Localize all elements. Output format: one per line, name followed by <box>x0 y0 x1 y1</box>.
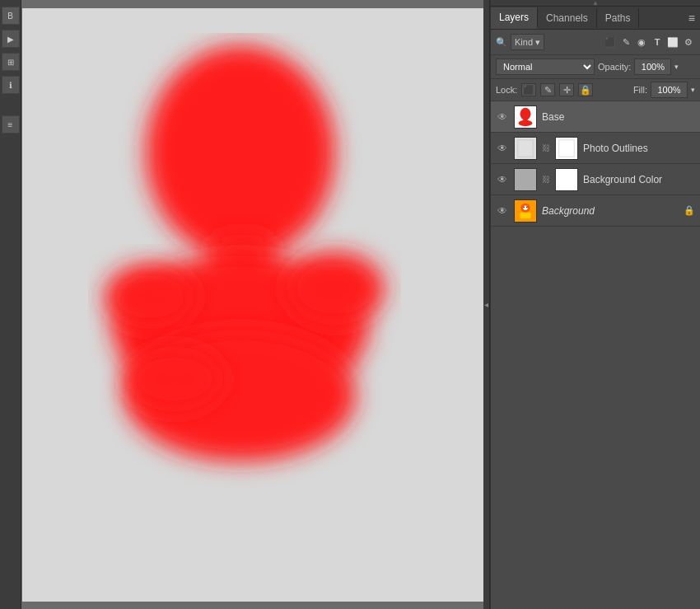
filter-adjust-icon[interactable]: ◉ <box>635 35 648 49</box>
layer-thumb-base <box>514 105 537 129</box>
svg-point-20 <box>523 205 528 210</box>
search-bar: 🔍 Kind ▾ ⬛ ✎ ◉ T ⬜ ⚙ <box>491 30 700 55</box>
layer-item-background[interactable]: 👁 Background 🔒 <box>491 195 700 227</box>
svg-point-0 <box>146 45 335 260</box>
panel-top-handle[interactable]: ▲ <box>491 0 700 7</box>
opacity-row: Opacity: ▾ <box>598 59 679 75</box>
layer-item-bg-color[interactable]: 👁 ⛓ Background Color <box>491 164 700 195</box>
tool-btn-3[interactable]: ⊞ <box>2 53 20 71</box>
layer-thumb-background <box>514 199 537 223</box>
lock-brush-btn[interactable]: ✎ <box>540 83 555 96</box>
panel-menu-button[interactable]: ≡ <box>688 12 695 25</box>
svg-point-21 <box>523 206 525 208</box>
svg-point-8 <box>520 107 531 119</box>
layer-eye-bg-color[interactable]: 👁 <box>496 174 509 185</box>
layer-name-photo-outlines: Photo Outlines <box>583 143 695 154</box>
fill-row: Fill: ▾ <box>633 82 695 98</box>
canvas-background <box>22 8 483 602</box>
search-magnify-icon[interactable]: 🔍 <box>496 37 507 48</box>
tab-paths[interactable]: Paths <box>597 8 640 28</box>
right-panel: ▲ Layers Channels Paths ≡ 🔍 Kind ▾ ⬛ ✎ ◉… <box>490 0 700 609</box>
filter-text-icon[interactable]: T <box>651 35 664 49</box>
opacity-label: Opacity: <box>598 62 631 72</box>
layers-list: 👁 Base 👁 ⛓ <box>491 101 700 609</box>
lock-label: Lock: <box>496 85 517 95</box>
layer-thumb-mask-bg-color <box>555 168 578 191</box>
fill-input[interactable] <box>651 82 688 98</box>
layer-thumb-mask-photo-outlines <box>555 137 578 160</box>
svg-point-6 <box>125 346 224 412</box>
layer-eye-background[interactable]: 👁 <box>496 205 509 217</box>
svg-rect-15 <box>515 169 536 190</box>
layer-name-bg-color: Background Color <box>583 174 695 185</box>
fill-dropdown-arrow[interactable]: ▾ <box>691 86 695 94</box>
layer-eye-base[interactable]: 👁 <box>496 111 509 123</box>
svg-rect-19 <box>520 212 531 218</box>
tab-layers[interactable]: Layers <box>491 7 538 29</box>
layer-item-photo-outlines[interactable]: 👁 ⛓ Photo Outlines <box>491 133 700 164</box>
blend-mode-select[interactable]: Normal <box>496 59 595 75</box>
layer-thumb-photo-outlines <box>514 137 537 160</box>
filter-smart-icon[interactable]: ⚙ <box>682 35 695 49</box>
layer-chain-photo-outlines[interactable]: ⛓ <box>542 143 550 152</box>
opacity-dropdown-arrow[interactable]: ▾ <box>674 63 679 71</box>
fill-label: Fill: <box>633 85 647 95</box>
svg-point-22 <box>526 206 528 208</box>
panel-tabs: Layers Channels Paths ≡ <box>491 7 700 30</box>
tool-btn-4[interactable]: ℹ <box>2 76 20 94</box>
blend-row: Normal Opacity: ▾ <box>491 55 700 79</box>
svg-point-3 <box>105 264 195 330</box>
lock-row: Lock: ⬛ ✎ ✛ 🔒 Fill: ▾ <box>491 79 700 101</box>
layer-lock-icon-background: 🔒 <box>684 205 695 216</box>
svg-rect-16 <box>556 169 577 190</box>
tool-btn-1[interactable]: B <box>2 7 20 25</box>
opacity-input[interactable] <box>634 59 671 75</box>
filter-brush-icon[interactable]: ✎ <box>619 35 632 49</box>
svg-point-10 <box>519 119 533 125</box>
tool-btn-2[interactable]: ▶ <box>2 30 20 48</box>
layer-name-background: Background <box>542 205 679 217</box>
tool-btn-5[interactable]: ≡ <box>2 115 20 134</box>
layer-item-base[interactable]: 👁 Base <box>491 101 700 133</box>
layer-chain-bg-color[interactable]: ⛓ <box>542 175 550 184</box>
layer-thumb-bg-color <box>514 168 537 191</box>
lock-transform-btn[interactable]: ✛ <box>559 83 574 96</box>
layer-eye-photo-outlines[interactable]: 👁 <box>496 143 509 154</box>
svg-point-4 <box>286 251 385 326</box>
filter-pixel-icon[interactable]: ⬛ <box>604 35 617 49</box>
lock-all-btn[interactable]: 🔒 <box>578 83 593 96</box>
filter-shape-icon[interactable]: ⬜ <box>666 35 679 49</box>
kind-dropdown[interactable]: Kind ▾ <box>511 34 544 50</box>
lock-pixels-btn[interactable]: ⬛ <box>521 83 536 96</box>
search-icon-group: ⬛ ✎ ◉ T ⬜ ⚙ <box>604 35 695 49</box>
layer-name-base: Base <box>542 111 695 123</box>
tab-channels[interactable]: Channels <box>538 8 597 28</box>
canvas-area <box>21 0 483 609</box>
panel-collapse-handle[interactable]: ◂ <box>483 0 490 609</box>
silhouette-svg <box>88 33 401 569</box>
